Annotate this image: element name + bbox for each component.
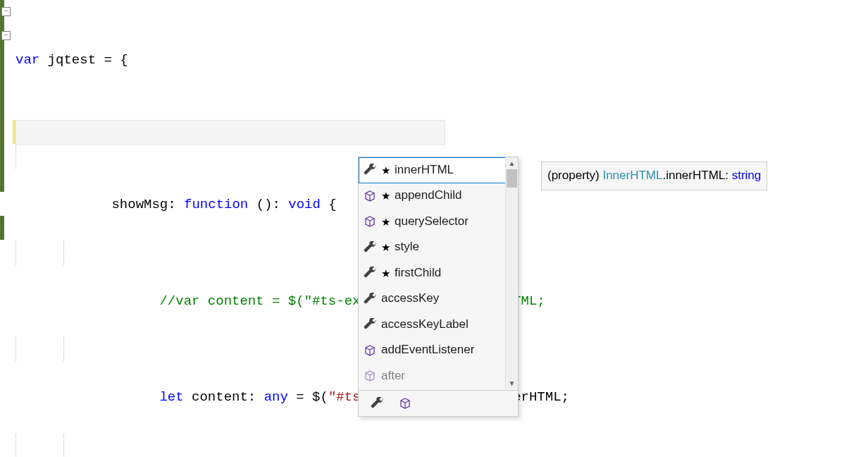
wrench-icon xyxy=(370,396,384,410)
fold-toggle[interactable]: − xyxy=(1,31,11,40)
completion-item[interactable]: addEventListener xyxy=(359,338,518,364)
keyword: void xyxy=(288,197,321,212)
completion-label: accessKeyLabel xyxy=(381,314,469,336)
completion-item[interactable]: ★innerHTML xyxy=(359,157,518,183)
cube-icon xyxy=(363,189,377,203)
tooltip-text: (property) xyxy=(547,169,602,182)
keyword: any xyxy=(264,389,288,405)
wrench-icon xyxy=(363,317,377,331)
code-text: showMsg: xyxy=(111,197,184,212)
code-text: (): xyxy=(248,197,288,212)
scroll-thumb[interactable] xyxy=(507,169,517,188)
star-icon: ★ xyxy=(381,212,390,231)
code-line[interactable]: var jqtest = { xyxy=(16,48,868,72)
completion-label: accessKey xyxy=(381,288,439,310)
wrench-icon xyxy=(363,292,377,306)
intellisense-popup[interactable]: ★innerHTML★appendChild★querySelector★sty… xyxy=(358,157,519,417)
code-text: jqtest = { xyxy=(39,52,128,68)
completion-item[interactable]: accessKeyLabel xyxy=(359,312,518,338)
completion-label: after xyxy=(381,365,405,387)
wrench-icon xyxy=(363,240,377,255)
completion-item[interactable]: after xyxy=(359,363,518,389)
completion-item[interactable]: ★firstChild xyxy=(359,260,518,286)
tooltip-keyword: string xyxy=(732,169,762,182)
completion-item[interactable]: ★querySelector xyxy=(359,209,518,235)
star-icon: ★ xyxy=(381,161,390,180)
star-icon: ★ xyxy=(381,186,390,205)
completion-label: innerHTML xyxy=(395,159,454,181)
wrench-icon xyxy=(363,163,377,177)
completion-item[interactable]: accessKey xyxy=(359,286,518,312)
completion-list[interactable]: ★innerHTML★appendChild★querySelector★sty… xyxy=(359,157,518,390)
completion-label: firstChild xyxy=(395,262,441,284)
popup-footer xyxy=(359,390,518,416)
scroll-up-icon[interactable]: ▲ xyxy=(506,157,518,169)
cube-icon xyxy=(398,396,412,410)
code-editor[interactable]: − − var jqtest = { showMsg: function ():… xyxy=(0,0,868,457)
code-line[interactable]: alert(content.toString()); xyxy=(16,434,868,457)
fold-gutter: − − xyxy=(0,0,13,457)
signature-tooltip: (property) InnerHTML.innerHTML: string xyxy=(541,162,767,190)
code-text: content: xyxy=(184,389,264,405)
wrench-icon xyxy=(363,266,377,280)
scroll-down-icon[interactable]: ▼ xyxy=(506,377,518,389)
keyword: var xyxy=(16,52,39,68)
cube-icon xyxy=(363,369,377,383)
completion-label: addEventListener xyxy=(381,339,474,361)
tooltip-text: .innerHTML: xyxy=(662,169,731,182)
completion-item[interactable]: ★appendChild xyxy=(359,183,518,209)
keyword: function xyxy=(184,197,248,212)
keyword: let xyxy=(159,389,183,405)
code-text: = $( xyxy=(288,389,328,405)
completion-label: appendChild xyxy=(395,185,461,207)
cube-icon xyxy=(363,343,377,358)
star-icon: ★ xyxy=(381,238,390,257)
tooltip-type: InnerHTML xyxy=(602,169,662,182)
fold-toggle[interactable]: − xyxy=(1,7,11,16)
code-text: { xyxy=(321,197,337,212)
scrollbar[interactable]: ▲ ▼ xyxy=(505,157,518,389)
completion-label: querySelector xyxy=(395,211,469,233)
completion-item[interactable]: ★style xyxy=(359,235,518,261)
completion-label: style xyxy=(395,236,419,258)
cube-icon xyxy=(363,214,377,228)
star-icon: ★ xyxy=(381,264,390,283)
